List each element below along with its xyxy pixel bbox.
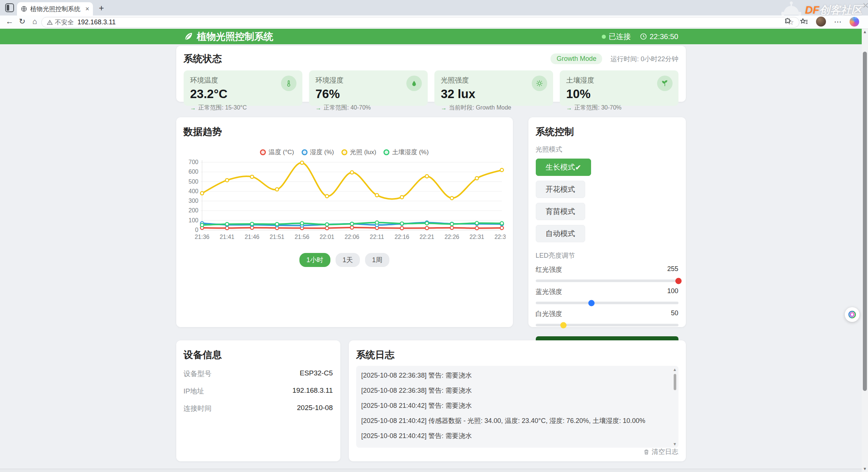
white-slider-group: 白光强度50: [536, 309, 678, 326]
blue-slider-group: 蓝光强度100: [536, 287, 678, 304]
url-text: 192.168.3.11: [77, 18, 784, 26]
svg-text:22:01: 22:01: [319, 234, 334, 240]
range-1hour-button[interactable]: 1小时: [299, 253, 330, 267]
refresh-icon[interactable]: ↻: [17, 17, 27, 26]
clock-display: 22:36:50: [640, 32, 678, 41]
legend-item[interactable]: 温度 (°C): [260, 148, 294, 156]
scroll-down-icon[interactable]: ▼: [673, 442, 677, 446]
profile-avatar[interactable]: [816, 17, 826, 27]
log-scroll-area[interactable]: [2025-10-08 22:36:38] 警告: 需要浇水 [2025-10-…: [356, 366, 678, 448]
light-stat-card: 光照强度 32 lux →当前时段: Growth Mode: [434, 70, 553, 106]
page-scroll-down-icon[interactable]: ▼: [862, 466, 868, 472]
humidity-stat-card: 环境湿度 76% →正常范围: 40-70%: [309, 70, 428, 106]
clock-icon: [640, 33, 647, 40]
red-slider-thumb[interactable]: [675, 278, 681, 284]
page-scrollbar-thumb[interactable]: [863, 52, 867, 391]
connect-time-row: 连接时间2025-10-08: [184, 404, 333, 413]
red-slider-label: 红光强度: [536, 265, 562, 274]
legend-item[interactable]: 湿度 (%): [302, 148, 334, 156]
log-section-title: 系统日志: [356, 348, 678, 361]
page-viewport: 系统状态 Growth Mode 运行时间: 0小时22分钟 环境温度 23.2…: [0, 44, 862, 472]
address-bar[interactable]: 不安全 192.168.3.11 ☆: [41, 17, 799, 28]
data-trend-card: 数据趋势 温度 (°C)湿度 (%)光照 (lux)土壤湿度 (%) 01002…: [176, 117, 513, 327]
legend-marker-icon: [302, 149, 308, 155]
legend-item[interactable]: 光照 (lux): [341, 148, 376, 156]
system-status-card: 系统状态 Growth Mode 运行时间: 0小时22分钟 环境温度 23.2…: [176, 46, 686, 102]
flower-mode-button[interactable]: 开花模式: [536, 181, 585, 198]
log-entry: [2025-10-08 21:40:42] 警告: 需要浇水: [361, 398, 669, 413]
check-icon: ✔: [575, 163, 581, 172]
blue-slider-label: 蓝光强度: [536, 287, 562, 296]
thermometer-icon: [281, 76, 296, 91]
globe-favicon-icon: [21, 6, 27, 12]
tab-close-icon[interactable]: ×: [85, 5, 89, 13]
extension-float-widget[interactable]: [845, 307, 860, 322]
connection-status: 已连接: [602, 32, 631, 42]
ip-address-row: IP地址192.168.3.11: [184, 386, 333, 396]
red-slider-group: 红光强度255: [536, 265, 678, 282]
blue-slider-thumb[interactable]: [588, 300, 595, 306]
connected-dot-icon: [602, 35, 606, 39]
device-section-title: 设备信息: [184, 348, 333, 361]
svg-text:22:11: 22:11: [369, 234, 384, 240]
extensions-icon[interactable]: [784, 18, 792, 25]
log-entry: [2025-10-08 21:40:42] 警告: 需要浇水: [361, 428, 669, 444]
light-mode-label: 光照模式: [536, 145, 678, 154]
log-scrollbar-thumb[interactable]: [674, 374, 676, 390]
white-slider-thumb[interactable]: [560, 322, 567, 328]
clear-log-button[interactable]: 清空日志: [643, 447, 678, 456]
time-range-group: 1小时 1天 1周: [184, 253, 506, 267]
range-1day-button[interactable]: 1天: [336, 253, 360, 267]
favorites-icon[interactable]: [800, 18, 808, 25]
growth-mode-button[interactable]: 生长模式✔: [536, 159, 591, 176]
svg-text:21:51: 21:51: [270, 234, 284, 240]
back-icon[interactable]: ←: [4, 17, 15, 26]
seedling-mode-button[interactable]: 育苗模式: [536, 203, 585, 220]
temperature-stat-card: 环境温度 23.2°C →正常范围: 15-30°C: [184, 70, 302, 106]
page-scroll-up-icon[interactable]: ▲: [862, 29, 868, 35]
trend-chart: 010020030040050060070021:3621:4121:4621:…: [184, 158, 506, 243]
svg-text:300: 300: [188, 198, 198, 204]
sun-icon: [532, 76, 547, 91]
red-slider-value: 255: [667, 265, 678, 274]
trash-icon: [643, 449, 649, 455]
svg-text:600: 600: [188, 169, 198, 175]
not-secure-warning[interactable]: 不安全: [47, 18, 74, 27]
chart-legend: 温度 (°C)湿度 (%)光照 (lux)土壤湿度 (%): [184, 148, 506, 156]
range-1week-button[interactable]: 1周: [365, 253, 389, 267]
runtime-text: 运行时间: 0小时22分钟: [610, 55, 678, 63]
log-entry: [2025-10-08 21:40:42] 警告: 需要浇水: [361, 444, 669, 448]
svg-text:22:26: 22:26: [444, 234, 459, 240]
red-slider[interactable]: [536, 280, 678, 282]
droplet-icon: [406, 76, 422, 91]
warning-triangle-icon: [47, 20, 53, 25]
svg-text:22:21: 22:21: [419, 234, 434, 240]
legend-marker-icon: [383, 149, 389, 155]
auto-mode-button[interactable]: 自动模式: [536, 225, 585, 242]
blue-slider[interactable]: [536, 302, 678, 304]
legend-marker-icon: [260, 149, 266, 155]
tab-title: 植物光照控制系统: [30, 5, 82, 13]
device-model-row: 设备型号ESP32-C5: [184, 369, 333, 379]
svg-text:400: 400: [188, 188, 198, 194]
svg-text:500: 500: [188, 178, 198, 185]
blue-slider-value: 100: [667, 287, 678, 296]
scroll-up-icon[interactable]: ▲: [673, 367, 677, 372]
legend-item[interactable]: 土壤湿度 (%): [383, 148, 428, 156]
new-tab-button[interactable]: +: [99, 3, 104, 13]
svg-text:0: 0: [195, 227, 198, 233]
svg-text:21:41: 21:41: [219, 234, 234, 240]
home-icon[interactable]: ⌂: [29, 17, 40, 26]
svg-text:100: 100: [188, 217, 198, 223]
page-scrollbar[interactable]: ▲ ▼: [862, 29, 868, 472]
seedling-icon: [657, 76, 673, 91]
log-scrollbar[interactable]: ▲ ▼: [673, 367, 677, 446]
soil-stat-card: 土壤湿度 10% →正常范围: 30-70%: [560, 70, 678, 106]
white-slider-value: 50: [671, 309, 678, 318]
rainbow-knot-icon: [847, 309, 857, 320]
tab-actions-icon[interactable]: [5, 3, 14, 12]
browser-tab[interactable]: 植物光照控制系统 ×: [17, 2, 93, 15]
white-slider[interactable]: [536, 324, 678, 326]
app-header: 植物光照控制系统 已连接 22:36:50: [0, 29, 862, 44]
svg-text:21:36: 21:36: [194, 234, 209, 240]
